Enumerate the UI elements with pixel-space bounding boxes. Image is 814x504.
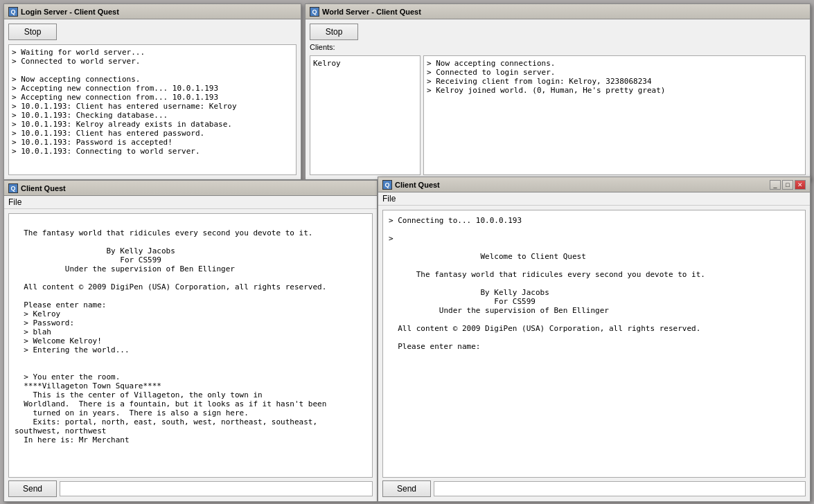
minimize-button[interactable]: _: [770, 180, 781, 190]
client-quest-1-titlebar: Q Client Quest: [4, 181, 377, 196]
clients-label: Clients:: [310, 43, 806, 51]
world-server-title: World Server - Client Quest: [322, 8, 806, 16]
client-quest-2-controls: _ □ ✕: [770, 180, 806, 190]
client-quest-2-send-button[interactable]: Send: [382, 480, 431, 497]
client-quest-2-send-input[interactable]: [434, 481, 806, 496]
client-quest-1-send-input[interactable]: [60, 481, 373, 496]
client-quest-2-titlebar: Q Client Quest _ □ ✕: [378, 177, 810, 192]
login-server-icon: Q: [8, 7, 18, 17]
client-quest-2-log: > Connecting to... 10.0.0.193 > Welcome …: [382, 210, 806, 478]
world-server-window: Q World Server - Client Quest Stop Clien…: [305, 3, 811, 180]
client-quest-1-content: File The fantasy world that ridicules ev…: [4, 196, 377, 501]
login-server-log: > Waiting for world server... > Connecte…: [8, 44, 297, 175]
client-quest-2-content: File > Connecting to... 10.0.0.193 > Wel…: [378, 192, 810, 501]
client-quest-1-send-button[interactable]: Send: [8, 480, 57, 497]
client-quest-2-sendbar: Send: [382, 480, 806, 497]
login-server-window: Q Login Server - Client Quest Stop > Wai…: [3, 3, 301, 180]
client-quest-1-title: Client Quest: [21, 184, 373, 192]
world-server-titlebar: Q World Server - Client Quest: [306, 4, 810, 19]
client-quest-1-main: The fantasy world that ridicules every s…: [4, 209, 377, 501]
client-quest-1-window: Q Client Quest File The fantasy world th…: [3, 180, 378, 502]
world-server-icon: Q: [310, 7, 319, 17]
client-quest-2-title: Client Quest: [395, 181, 770, 189]
client-quest-2-menubar: File: [378, 192, 810, 206]
client-quest-1-log: The fantasy world that ridicules every s…: [8, 213, 373, 478]
login-server-stop-button[interactable]: Stop: [8, 24, 57, 40]
client-item: Kelroy: [313, 59, 417, 68]
clients-list: Kelroy: [310, 55, 421, 175]
maximize-button[interactable]: □: [782, 180, 793, 190]
login-server-titlebar: Q Login Server - Client Quest: [4, 4, 301, 19]
world-server-stop-button[interactable]: Stop: [310, 24, 358, 40]
world-server-log: > Now accepting connections. > Connected…: [423, 55, 806, 175]
clients-section: Kelroy > Now accepting connections. > Co…: [310, 55, 806, 175]
login-server-title: Login Server - Client Quest: [21, 8, 297, 16]
client-quest-1-menubar: File: [4, 196, 377, 209]
client-quest-1-icon: Q: [8, 183, 18, 193]
client-quest-2-icon: Q: [382, 180, 392, 190]
file-menu-2[interactable]: File: [382, 194, 396, 204]
client-quest-2-window: Q Client Quest _ □ ✕ File > Connecting t…: [378, 177, 811, 502]
client-quest-2-main: > Connecting to... 10.0.0.193 > Welcome …: [378, 206, 810, 501]
close-button[interactable]: ✕: [795, 180, 806, 190]
client-quest-1-sendbar: Send: [8, 480, 373, 497]
file-menu-1[interactable]: File: [8, 197, 21, 207]
